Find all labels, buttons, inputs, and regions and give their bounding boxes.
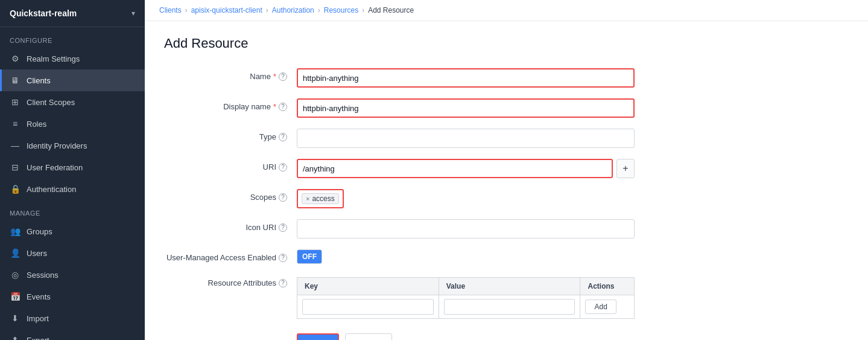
breadcrumb-sep-2: ›: [266, 6, 268, 14]
toggle-switch[interactable]: OFF: [297, 249, 322, 264]
display-name-required: *: [273, 102, 276, 111]
uri-input[interactable]: [297, 159, 613, 178]
type-help-icon[interactable]: ?: [279, 133, 287, 141]
name-row: Name * ?: [164, 68, 849, 88]
breadcrumb-clients[interactable]: Clients: [159, 6, 182, 14]
scope-tag-access: × access: [302, 193, 339, 204]
type-row: Type ?: [164, 129, 849, 148]
attributes-table: Key Value Actions Add: [297, 277, 635, 319]
display-name-input[interactable]: [297, 98, 635, 118]
cancel-button[interactable]: Cancel: [345, 333, 392, 340]
realm-selector[interactable]: Quickstart-realm ▾: [0, 0, 145, 27]
sidebar-item-groups[interactable]: 👥 Groups: [0, 220, 145, 242]
type-input[interactable]: [297, 129, 635, 148]
name-control: [297, 68, 635, 88]
groups-icon: 👥: [10, 226, 21, 237]
name-input[interactable]: [297, 68, 635, 88]
roles-icon: ≡: [10, 118, 21, 129]
breadcrumb-sep-3: ›: [318, 6, 320, 14]
value-input[interactable]: [444, 299, 575, 315]
name-required: *: [273, 72, 276, 81]
save-button[interactable]: Save: [297, 333, 339, 340]
resource-attrs-help-icon[interactable]: ?: [279, 279, 287, 287]
user-managed-help-icon[interactable]: ?: [279, 254, 287, 262]
identity-providers-icon: —: [10, 140, 21, 151]
name-label: Name * ?: [164, 68, 297, 81]
sidebar-item-users[interactable]: 👤 Users: [0, 242, 145, 264]
actions-cell: Add: [580, 295, 635, 319]
breadcrumb-sep-4: ›: [362, 6, 364, 14]
breadcrumb: Clients › apisix-quickstart-client › Aut…: [145, 0, 868, 21]
sidebar-item-clients[interactable]: 🖥 Clients: [0, 69, 145, 91]
uri-label: URI ?: [164, 159, 297, 172]
breadcrumb-resources[interactable]: Resources: [324, 6, 358, 14]
sidebar-item-roles[interactable]: ≡ Roles: [0, 113, 145, 135]
scope-remove-icon[interactable]: ×: [306, 195, 309, 202]
export-icon: ⬆: [10, 335, 21, 340]
type-label: Type ?: [164, 129, 297, 141]
form-content: Add Resource Name * ? Display name * ?: [145, 21, 868, 340]
realm-title: Quickstart-realm: [10, 8, 77, 18]
events-icon: 📅: [10, 291, 21, 302]
uri-row: URI ? +: [164, 159, 849, 178]
display-name-row: Display name * ?: [164, 98, 849, 118]
sidebar-item-import[interactable]: ⬇ Import: [0, 307, 145, 329]
authentication-icon: 🔒: [10, 184, 21, 194]
sidebar-item-authentication[interactable]: 🔒 Authentication: [0, 178, 145, 200]
name-help-icon[interactable]: ?: [279, 72, 287, 81]
sidebar-item-label: Users: [27, 249, 47, 258]
icon-uri-help-icon[interactable]: ?: [279, 223, 287, 232]
sidebar-item-label: Clients: [27, 76, 51, 85]
manage-section-label: Manage: [0, 200, 145, 220]
scopes-row: Scopes ? × access: [164, 189, 849, 208]
col-actions: Actions: [580, 278, 635, 295]
sidebar-item-realm-settings[interactable]: ⚙ Realm Settings: [0, 48, 145, 69]
sidebar-item-label: Groups: [27, 227, 52, 236]
sidebar-item-label: Roles: [27, 120, 46, 129]
key-input[interactable]: [302, 299, 434, 315]
scopes-label: Scopes ?: [164, 189, 297, 202]
sidebar-item-label: Client Scopes: [27, 98, 75, 107]
table-row: Add: [297, 295, 635, 319]
configure-section-label: Configure: [0, 27, 145, 48]
sidebar-item-label: Authentication: [27, 185, 76, 194]
add-attribute-button[interactable]: Add: [585, 300, 616, 314]
sidebar-item-events[interactable]: 📅 Events: [0, 286, 145, 307]
value-cell: [439, 295, 580, 319]
sidebar-item-identity-providers[interactable]: — Identity Providers: [0, 135, 145, 156]
uri-add-button[interactable]: +: [616, 159, 635, 178]
sidebar-item-export[interactable]: ⬆ Export: [0, 329, 145, 340]
breadcrumb-authorization[interactable]: Authorization: [272, 6, 314, 14]
client-scopes-icon: ⊞: [10, 97, 21, 107]
sidebar-item-label: User Federation: [27, 163, 83, 172]
user-managed-label: User-Managed Access Enabled ?: [164, 249, 297, 262]
display-name-help-icon[interactable]: ?: [279, 103, 287, 111]
sidebar-item-label: Realm Settings: [27, 54, 80, 63]
scopes-container[interactable]: × access: [297, 189, 344, 208]
sidebar-item-client-scopes[interactable]: ⊞ Client Scopes: [0, 91, 145, 113]
realm-settings-icon: ⚙: [10, 53, 21, 64]
icon-uri-input[interactable]: [297, 219, 635, 239]
user-managed-toggle[interactable]: OFF: [297, 249, 322, 264]
sidebar-item-label: Sessions: [27, 271, 59, 280]
sessions-icon: ◎: [10, 269, 21, 280]
sidebar-item-label: Identity Providers: [27, 141, 87, 150]
scopes-help-icon[interactable]: ?: [279, 193, 287, 202]
toggle-off-label[interactable]: OFF: [297, 250, 322, 263]
sidebar: Quickstart-realm ▾ Configure ⚙ Realm Set…: [0, 0, 145, 340]
breadcrumb-current: Add Resource: [368, 6, 414, 14]
breadcrumb-client[interactable]: apisix-quickstart-client: [191, 6, 262, 14]
resource-attrs-row: Resource Attributes ? Key Value Actions: [164, 275, 849, 319]
col-value: Value: [439, 278, 580, 295]
form-actions: Save Cancel: [164, 333, 849, 340]
icon-uri-row: Icon URI ?: [164, 219, 849, 239]
col-key: Key: [297, 278, 439, 295]
sidebar-item-user-federation[interactable]: ⊟ User Federation: [0, 156, 145, 178]
uri-help-icon[interactable]: ?: [279, 163, 287, 172]
resource-attrs-control: Key Value Actions Add: [297, 275, 635, 319]
scope-tag-label: access: [312, 194, 334, 203]
user-managed-row: User-Managed Access Enabled ? OFF: [164, 249, 849, 264]
icon-uri-control: [297, 219, 635, 239]
sidebar-item-sessions[interactable]: ◎ Sessions: [0, 264, 145, 286]
uri-row-inner: +: [297, 159, 635, 178]
